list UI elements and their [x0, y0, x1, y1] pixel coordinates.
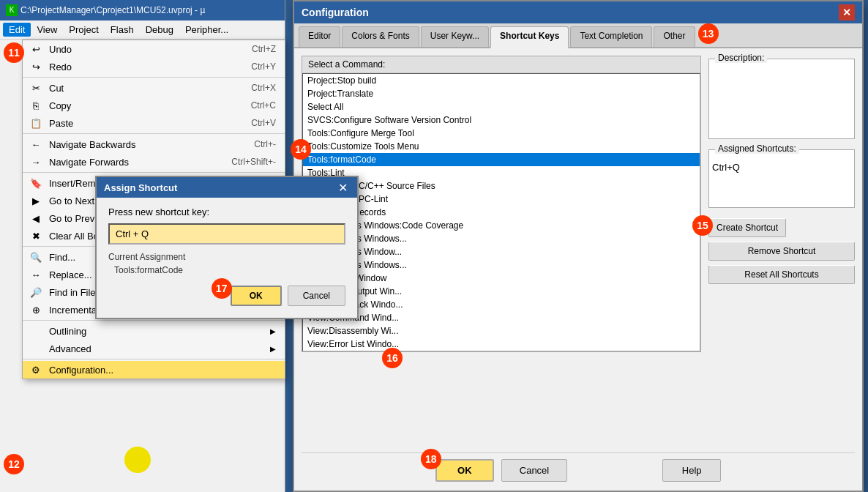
sep-3 [23, 172, 285, 173]
annotation-16: 16 [382, 348, 403, 368]
tabs-bar: Editor Colors & Fonts User Keyw... Short… [294, 23, 862, 48]
current-assignment-label: Current Assignment [108, 252, 345, 262]
nav-back-icon: ← [29, 137, 43, 152]
config-close-button[interactable]: ✕ [839, 4, 855, 20]
nav-fwd-icon: → [29, 154, 43, 169]
cancel-button[interactable]: Cancel [501, 459, 567, 482]
config-title: Configuration [302, 7, 369, 18]
advanced-arrow: ▶ [270, 345, 276, 353]
menu-configuration[interactable]: ⚙ Configuration... [23, 361, 285, 379]
ide-titlebar: K C:\ProjectManager\Cproject1\MCU52.uvpr… [0, 0, 285, 20]
config-dialog: Configuration ✕ Editor Colors & Fonts Us… [293, 0, 864, 492]
undo-icon: ↩ [29, 42, 43, 56]
reset-shortcuts-button[interactable]: Reset All Shortcuts [708, 265, 855, 284]
assign-footer: 17 OK Cancel [108, 283, 345, 309]
bookmark-icon: 🔖 [29, 176, 43, 190]
command-list-item[interactable]: Project:Stop build [303, 74, 700, 87]
nav-fwd-shortcut: Ctrl+Shift+- [231, 157, 276, 167]
command-list-item[interactable]: View:Analysis Windows:Code Coverage [303, 219, 700, 232]
find-in-files-icon: 🔎 [29, 285, 43, 299]
cut-icon: ✂ [29, 81, 43, 95]
command-list-item[interactable]: View:Analysis Window... [303, 245, 700, 258]
ok-button[interactable]: OK [435, 459, 494, 482]
menu-view[interactable]: View [31, 23, 63, 37]
dialog-content: Select a Command: 14 Project:Stop buildP… [294, 48, 862, 492]
menu-redo[interactable]: ↪ Redo Ctrl+Y [23, 58, 285, 75]
help-button[interactable]: Help [662, 459, 721, 482]
menu-project[interactable]: Project [63, 23, 104, 37]
annotation-11: 11 [4, 42, 24, 63]
tab-shortcut-keys[interactable]: Shortcut Keys [490, 26, 569, 48]
assign-shortcut-dialog: Assign Shortcut ✕ Press new shortcut key… [95, 176, 359, 319]
command-list-item[interactable]: View:Build Output Win... [303, 285, 700, 298]
menu-peripher[interactable]: Peripher... [179, 23, 234, 37]
inc-find-icon: ⊕ [29, 302, 43, 317]
remove-shortcut-button[interactable]: Remove Shortcut [708, 242, 855, 261]
menu-edit[interactable]: Edit [3, 23, 31, 37]
command-list-item[interactable]: SVCS:Configure Software Version Control [303, 113, 700, 127]
menu-flash[interactable]: Flash [105, 23, 140, 37]
command-list-item[interactable]: View Trace Records [303, 206, 700, 219]
command-section-title: Select a Command: [302, 56, 700, 73]
assign-cancel-button[interactable]: Cancel [288, 286, 345, 306]
sep-6 [23, 359, 285, 359]
command-list-item[interactable]: Tools:Set-up PC-Lint [303, 193, 700, 206]
command-list-item[interactable]: View:Error List Windo... [303, 338, 700, 351]
command-list-item[interactable]: View:Analysis Windows... [303, 258, 700, 272]
command-list-item[interactable]: View:Disassembly Wi... [303, 324, 700, 338]
annotation-18: 18 [421, 449, 441, 469]
assign-title: Assign Shortcut [104, 182, 177, 193]
command-list-item[interactable]: View:Books Window [303, 272, 700, 285]
command-list-item[interactable]: Project:Translate [303, 87, 700, 100]
assign-close-button[interactable]: ✕ [335, 180, 350, 195]
menu-bar: 11 Edit View Project Flash Debug Periphe… [0, 20, 285, 40]
redo-icon: ↪ [29, 59, 43, 74]
assign-ok-button[interactable]: OK [231, 286, 282, 306]
assigned-shortcuts-title: Assigned Shortcuts: [715, 144, 799, 154]
tab-colors-fonts[interactable]: Colors & Fonts [342, 26, 419, 47]
annotation-config-cursor [124, 447, 151, 473]
menu-undo[interactable]: ↩ Undo Ctrl+Z [23, 40, 285, 58]
outlining-icon [29, 324, 43, 338]
menu-debug[interactable]: Debug [140, 23, 179, 37]
dialog-main: Select a Command: 14 Project:Stop buildP… [302, 56, 855, 448]
command-list-item[interactable]: Tools:Lint All C/C++ Source Files [303, 179, 700, 193]
assign-input[interactable] [108, 223, 345, 245]
menu-advanced[interactable]: Advanced ▶ [23, 340, 285, 357]
menu-navigate-fwd[interactable]: → Navigate Forwards Ctrl+Shift+- [23, 153, 285, 171]
menu-navigate-back[interactable]: ← Navigate Backwards Ctrl+- [23, 135, 285, 153]
create-shortcut-button[interactable]: Create Shortcut [708, 218, 786, 237]
nav-back-shortcut: Ctrl+- [254, 139, 276, 149]
next-bookmark-icon: ▶ [29, 193, 43, 208]
config-titlebar: Configuration ✕ [294, 1, 862, 23]
copy-icon: ⎘ [29, 98, 43, 113]
command-list-item[interactable]: View:Call Stack Windo... [303, 298, 700, 311]
tab-other[interactable]: Other [654, 26, 695, 47]
clear-bookmarks-icon: ✖ [29, 228, 43, 243]
annotation-14: 14 [291, 139, 311, 160]
command-list-item[interactable]: Tools:Customize Tools Menu [303, 140, 700, 153]
menu-outlining[interactable]: Outlining ▶ [23, 322, 285, 340]
command-list-item[interactable]: Tools:Lint [303, 166, 700, 179]
command-list[interactable]: Project:Stop buildProject:TranslateSelec… [302, 73, 700, 351]
command-list-item[interactable]: View:Command Wind... [303, 311, 700, 324]
command-list-item[interactable]: Select All [303, 100, 700, 113]
command-list-item[interactable]: Tools:Configure Merge Tool [303, 127, 700, 140]
replace-icon: ↔ [29, 267, 43, 282]
command-list-item[interactable]: Tools:formatCode [303, 153, 700, 166]
tab-editor[interactable]: Editor [299, 26, 340, 47]
tab-text-completion[interactable]: Text Completion [570, 26, 652, 47]
command-list-item[interactable]: View:Find In Files Win... [303, 351, 700, 351]
undo-shortcut: Ctrl+Z [252, 44, 276, 54]
config-icon: ⚙ [29, 362, 43, 377]
menu-copy[interactable]: ⎘ Copy Ctrl+C [23, 97, 285, 114]
prev-bookmark-icon: ◀ [29, 211, 43, 225]
tab-user-keyw[interactable]: User Keyw... [421, 26, 489, 47]
menu-cut[interactable]: ✂ Cut Ctrl+X [23, 79, 285, 97]
menu-paste[interactable]: 📋 Paste Ctrl+V [23, 114, 285, 132]
assign-content: Press new shortcut key: Current Assignme… [97, 198, 357, 318]
assign-label: Press new shortcut key: [108, 206, 345, 217]
description-title: Description: [715, 53, 767, 63]
command-list-item[interactable]: View:Analysis Windows... [303, 232, 700, 245]
sep-2 [23, 133, 285, 134]
